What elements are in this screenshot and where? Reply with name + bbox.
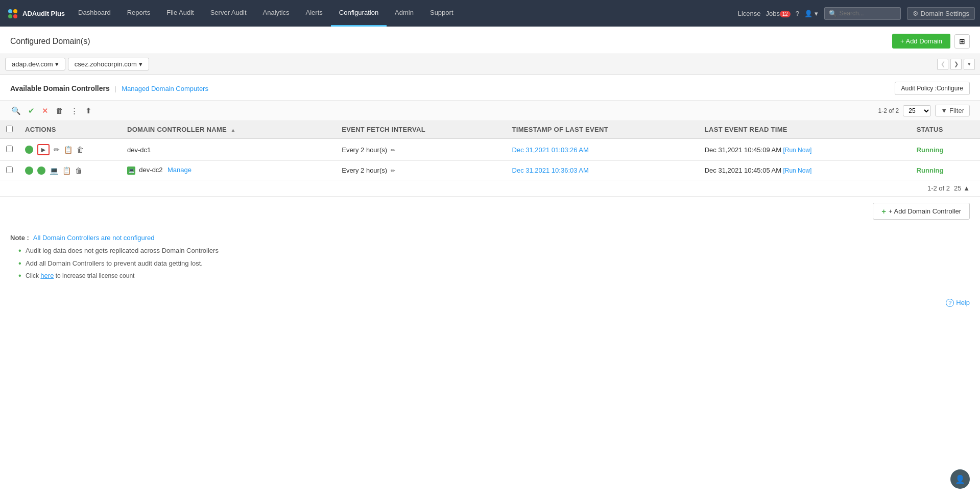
add-domain-button[interactable]: + Add Domain [892,34,950,49]
row1-status-cell: Running [911,138,980,161]
row2-delete-icon[interactable]: 🗑 [75,167,82,175]
svg-point-3 [8,14,12,18]
row1-actions-cell: ✔ ► ✏ 📋 🗑 [19,138,121,161]
search-box[interactable]: 🔍 [824,7,901,20]
row2-enable-icon[interactable]: ✔ [25,167,33,175]
help-button[interactable]: ? Help [946,299,970,307]
row1-status: Running [917,146,944,154]
tab-expand-button[interactable]: ▾ [964,59,975,70]
add-domain-controller-button[interactable]: + + Add Domain Controller [873,203,970,220]
disable-icon[interactable]: ✕ [41,105,50,116]
filter-icon: ▼ [941,107,947,114]
row1-fetch-interval-cell: Every 2 hour(s) ✏ [336,138,506,161]
row2-last-event-ts-cell: Dec 31,2021 10:36:03 AM [506,161,699,180]
row2-report-icon[interactable]: 📋 [62,167,71,175]
nav-item-admin[interactable]: Admin [387,0,422,27]
nav-item-server-audit[interactable]: Server Audit [202,0,255,27]
topbar-left: ADAudit Plus Dashboard Reports File Audi… [5,0,462,27]
row1-report-icon[interactable]: 📋 [64,146,73,154]
svg-point-4 [13,14,17,18]
row2-edit-interval-icon[interactable]: ✏ [391,168,395,174]
svg-rect-0 [5,6,19,20]
row1-enable-icon[interactable]: ✔ [25,146,33,154]
row2-status-cell: Running [911,161,980,180]
per-page-select[interactable]: 25 50 100 [903,105,931,116]
row2-manage-link[interactable]: Manage [168,166,192,174]
license-label[interactable]: License [738,10,761,17]
toolbar-left: 🔍 ✔ ✕ 🗑 ⋮ ⬆ [10,105,93,116]
help-icon[interactable]: ? [796,10,799,17]
bottom-support-icon[interactable]: 👤 [950,469,970,489]
tab-prev-button[interactable]: ❮ [937,59,948,70]
row1-checkbox[interactable] [6,146,13,152]
dropdown-icon-2: ▾ [139,60,142,68]
row2-last-event-read-cell: Dec 31,2021 10:45:05 AM [Run Now] [699,161,911,180]
topbar: ADAudit Plus Dashboard Reports File Audi… [0,0,980,27]
footer-sort-up-icon[interactable]: ▲ [963,184,970,192]
delete-toolbar-icon[interactable]: 🗑 [55,105,64,116]
note-item-3: Click here to increase trial license cou… [18,271,970,281]
select-all-checkbox[interactable] [6,126,13,132]
managed-domain-computers-link[interactable]: Managed Domain Computers [122,85,208,92]
row1-delete-icon[interactable]: 🗑 [77,146,84,154]
jobs-label[interactable]: Jobs 12 [766,10,791,17]
domain-tab-adap[interactable]: adap.dev.com ▾ [5,58,65,70]
enable-icon[interactable]: ✔ [27,105,36,116]
page-content: Configured Domain(s) + Add Domain ⊞ adap… [0,27,980,499]
row1-run-now-link[interactable]: [Run Now] [783,147,811,154]
click-here-link[interactable]: here [40,272,54,279]
row2-run-now-link[interactable]: [Run Now] [783,167,811,174]
nav-item-analytics[interactable]: Analytics [255,0,298,27]
th-last-event-ts: TIMESTAMP OF LAST EVENT [506,121,699,138]
nav-item-configuration[interactable]: Configuration [331,0,387,27]
configure-icon-button[interactable]: ⊞ [954,34,970,49]
svg-point-1 [8,9,12,13]
domain-settings-button[interactable]: ⚙ Domain Settings [907,7,975,20]
row1-edit-icon[interactable]: ✏ [54,146,60,154]
plus-icon: + [881,207,886,216]
row2-fetch-interval-cell: Every 2 hour(s) ✏ [336,161,506,180]
audit-policy-button[interactable]: Audit Policy :Configure [895,82,970,95]
nav-item-dashboard[interactable]: Dashboard [70,0,119,27]
note-item-2: Add all Domain Controllers to prevent au… [18,258,970,269]
help-area: ? Help [0,294,980,317]
search-toolbar-icon[interactable]: 🔍 [10,105,22,116]
row2-action-icons: ✔ ► 💻 📋 🗑 [25,167,115,175]
search-input[interactable] [840,10,896,17]
th-status: STATUS [911,121,980,138]
row2-status: Running [917,167,944,174]
row1-last-event-read-cell: Dec 31,2021 10:45:09 AM [Run Now] [699,138,911,161]
user-icon[interactable]: 👤 ▾ [804,10,818,17]
tab-next-button[interactable]: ❯ [950,59,962,70]
row2-monitor-icon[interactable]: 💻 [50,167,58,175]
note-warning-text: All Domain Controllers are not configure… [33,234,155,242]
nav-item-file-audit[interactable]: File Audit [158,0,202,27]
note-section: Note : All Domain Controllers are not co… [0,226,980,294]
filter-button[interactable]: ▼ Filter [935,105,970,116]
row2-play-icon[interactable]: ► [37,167,45,175]
domain-controllers-table: ACTIONS DOMAIN CONTROLLER NAME ▲ EVENT F… [0,121,980,180]
nav-item-support[interactable]: Support [422,0,462,27]
page-info: 1-2 of 2 [878,107,899,114]
nav-item-alerts[interactable]: Alerts [298,0,331,27]
topbar-right: License Jobs 12 ? 👤 ▾ 🔍 ⚙ Domain Setting… [738,7,975,20]
dropdown-icon: ▾ [55,60,59,68]
section-title: Available Domain Controllers [10,84,110,92]
domain-tab-nav: ❮ ❯ ▾ [937,59,975,70]
footer-page-info: 1-2 of 2 [927,184,950,192]
row2-checkbox[interactable] [6,167,13,173]
export-icon[interactable]: ⬆ [84,105,93,116]
row1-checkbox-cell [0,138,19,161]
settings-icon: ⚙ [913,10,919,17]
section-header: Available Domain Controllers | Managed D… [0,75,980,100]
app-logo[interactable]: ADAudit Plus [5,6,65,20]
row1-edit-interval-icon[interactable]: ✏ [391,147,395,153]
th-actions: ACTIONS [19,121,121,138]
more-options-icon[interactable]: ⋮ [69,105,79,116]
row1-play-icon[interactable]: ► [37,144,50,155]
th-dc-name[interactable]: DOMAIN CONTROLLER NAME ▲ [121,121,336,138]
note-header: Note : All Domain Controllers are not co… [10,234,970,242]
nav-item-reports[interactable]: Reports [119,0,159,27]
domain-tab-csez[interactable]: csez.zohocorpin.com ▾ [68,58,149,70]
toolbar-right: 1-2 of 2 25 50 100 ▼ Filter [878,105,970,116]
